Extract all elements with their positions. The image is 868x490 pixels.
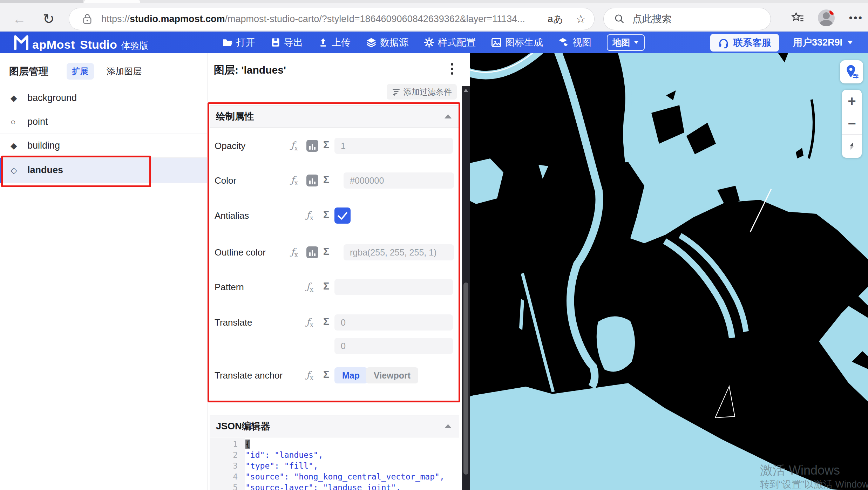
map-pin-icon bbox=[844, 64, 859, 80]
draw-properties-header[interactable]: 绘制属性 bbox=[210, 105, 459, 128]
menu-view[interactable]: 视图 bbox=[558, 36, 591, 49]
search-icon bbox=[614, 14, 625, 24]
zoom-in-button[interactable]: + bbox=[842, 90, 862, 112]
favorites-hub-icon[interactable] bbox=[791, 12, 804, 24]
fx-expression-icon[interactable]: ƒx bbox=[306, 317, 313, 328]
circle-outline-icon: ○ bbox=[11, 117, 21, 127]
menu-export[interactable]: 导出 bbox=[271, 36, 303, 49]
json-line[interactable]: 4"source": "hong_kong_central_vector_map… bbox=[210, 472, 445, 481]
translate-x-input[interactable] bbox=[334, 314, 453, 331]
chart-ramp-icon[interactable] bbox=[306, 140, 318, 152]
layer-row-background[interactable]: ◆ background bbox=[0, 86, 208, 110]
contact-support-button[interactable]: 联系客服 bbox=[710, 34, 779, 52]
chart-ramp-icon[interactable] bbox=[306, 175, 318, 186]
support-label: 联系客服 bbox=[733, 36, 771, 49]
outline-color-input[interactable] bbox=[344, 244, 454, 260]
expand-tab[interactable]: 扩展 bbox=[67, 63, 94, 80]
opacity-input[interactable] bbox=[334, 138, 453, 154]
json-line[interactable]: 1{ bbox=[210, 440, 250, 449]
brand-name: apMost bbox=[32, 38, 75, 52]
layer-name: background bbox=[27, 93, 77, 103]
collapse-arrow-icon[interactable] bbox=[445, 114, 452, 118]
browser-toolbar: ← ↻ https://studio.mapmost.com/mapmost-s… bbox=[0, 3, 868, 32]
layer-row-building[interactable]: ◆ building bbox=[0, 134, 208, 158]
antialias-label: Antialias bbox=[215, 207, 249, 224]
chart-ramp-icon[interactable] bbox=[306, 246, 318, 258]
draw-properties-title: 绘制属性 bbox=[216, 110, 254, 123]
upload-icon bbox=[318, 38, 328, 47]
save-icon bbox=[271, 38, 280, 47]
scrollbar-thumb[interactable] bbox=[463, 283, 468, 475]
sigma-icon[interactable]: Σ bbox=[323, 280, 329, 292]
layer-row-landues[interactable]: ◇ landues bbox=[0, 158, 208, 183]
fx-expression-icon[interactable]: ƒx bbox=[306, 281, 313, 293]
favorite-star-icon[interactable]: ☆ bbox=[576, 12, 586, 26]
row-antialias: Antialias ƒx Σ bbox=[215, 207, 460, 224]
windows-activation-watermark: 激活 Windows bbox=[760, 462, 840, 479]
antialias-checkbox[interactable] bbox=[334, 207, 351, 224]
json-editor-header[interactable]: JSON编辑器 bbox=[210, 415, 459, 437]
fx-expression-icon[interactable]: ƒx bbox=[291, 246, 298, 258]
sigma-icon[interactable]: Σ bbox=[323, 209, 329, 220]
layers-icon bbox=[366, 37, 377, 48]
url-text[interactable]: https://studio.mapmost.com/mapmost-studi… bbox=[101, 14, 525, 25]
avatar-head bbox=[823, 12, 830, 19]
add-layer-button[interactable]: 添加图层 bbox=[107, 66, 142, 77]
fx-expression-icon[interactable]: ƒx bbox=[306, 210, 313, 222]
reload-icon[interactable]: ↻ bbox=[43, 11, 55, 27]
sigma-icon[interactable]: Σ bbox=[323, 369, 329, 380]
search-box[interactable]: 点此搜索 bbox=[603, 8, 771, 30]
panel-scrollbar[interactable] bbox=[462, 86, 470, 490]
layer-menu-kebab-icon[interactable] bbox=[451, 63, 454, 77]
zoom-out-button[interactable]: − bbox=[842, 112, 862, 135]
layer-row-point[interactable]: ○ point bbox=[0, 110, 208, 134]
back-icon[interactable]: ← bbox=[13, 12, 26, 27]
fx-expression-icon[interactable]: ƒx bbox=[291, 175, 298, 186]
collapse-arrow-icon[interactable] bbox=[445, 424, 452, 428]
brand-logo[interactable]: apMost Studio 体验版 bbox=[13, 33, 149, 52]
properties-panel: 图层: 'landues' 添加过滤条件 绘制属性 Opacity ƒx Σ bbox=[208, 53, 462, 490]
compass-icon bbox=[847, 141, 857, 151]
brand-product: Studio bbox=[80, 38, 117, 52]
translate-page-icon[interactable]: aあ bbox=[548, 12, 563, 26]
mapmost-logo-icon bbox=[13, 35, 32, 50]
fx-expression-icon[interactable]: ƒx bbox=[291, 140, 298, 152]
address-bar[interactable]: https://studio.mapmost.com/mapmost-studi… bbox=[69, 8, 595, 30]
sigma-icon[interactable]: Σ bbox=[323, 316, 329, 327]
json-line[interactable]: 5"source-layer": "landuse_joint", bbox=[210, 483, 401, 490]
add-filter-button[interactable]: 添加过滤条件 bbox=[387, 84, 457, 100]
sigma-icon[interactable]: Σ bbox=[323, 139, 329, 151]
anchor-map-option[interactable]: Map bbox=[334, 367, 367, 383]
menu-style-config[interactable]: 样式配置 bbox=[424, 36, 476, 49]
json-line[interactable]: 3"type": "fill", bbox=[210, 461, 318, 470]
image-icon bbox=[491, 37, 502, 48]
compass-reset-button[interactable] bbox=[842, 135, 862, 157]
fx-expression-icon[interactable]: ƒx bbox=[306, 369, 313, 381]
color-input[interactable] bbox=[344, 172, 454, 189]
pattern-input[interactable] bbox=[334, 279, 453, 295]
sidebar-title: 图层管理 bbox=[9, 65, 48, 78]
locate-style-button[interactable] bbox=[840, 60, 863, 83]
translate-y-input[interactable] bbox=[334, 338, 453, 354]
user-label: 用户332R9I bbox=[793, 36, 842, 49]
menu-datasource[interactable]: 数据源 bbox=[366, 36, 408, 49]
user-menu[interactable]: 用户332R9I bbox=[793, 36, 853, 49]
menu-open[interactable]: 打开 bbox=[222, 36, 255, 49]
scroll-up-icon[interactable] bbox=[464, 89, 468, 92]
anchor-viewport-option[interactable]: Viewport bbox=[366, 367, 418, 383]
json-line[interactable]: 2"id": "landues", bbox=[210, 450, 323, 460]
menu-icon-generate[interactable]: 图标生成 bbox=[491, 36, 543, 49]
map-select-label: 地图 bbox=[612, 37, 630, 48]
profile-avatar[interactable] bbox=[818, 9, 835, 26]
sigma-icon[interactable]: Σ bbox=[323, 174, 329, 185]
sigma-icon[interactable]: Σ bbox=[323, 246, 329, 257]
notification-dot bbox=[829, 9, 835, 15]
layer-name: building bbox=[27, 140, 60, 151]
active-tab-top[interactable] bbox=[84, 0, 140, 3]
map-canvas[interactable]: + − 激活 Windows 转到“设置”以激活 Windows。 bbox=[470, 53, 868, 490]
url-path: /mapmost-studio-carto/?styleId=186460906… bbox=[225, 14, 525, 24]
menu-upload[interactable]: 上传 bbox=[318, 36, 351, 49]
row-outline-color: Outline color ƒx Σ bbox=[215, 244, 460, 260]
browser-menu-icon[interactable]: ••• bbox=[849, 12, 863, 24]
map-type-select[interactable]: 地图 bbox=[607, 34, 645, 51]
